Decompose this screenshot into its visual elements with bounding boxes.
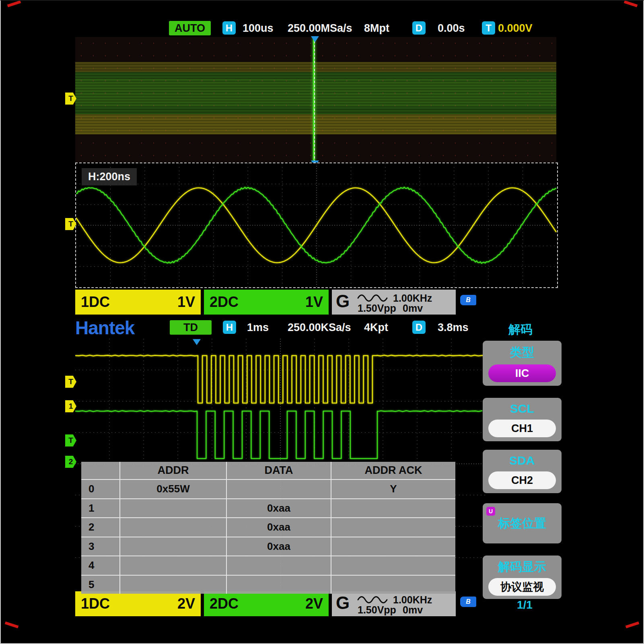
row-index: 5 [81,576,119,594]
row-data: 0xaa [226,499,331,518]
row-addr [119,499,226,518]
zoom-window[interactable]: H:200ns [75,163,558,288]
row-index: 3 [81,537,119,556]
row-addr [119,576,226,594]
row-ack: Y [331,480,455,498]
col-addr-ack-header: ADDR ACK [331,462,455,479]
s2-generator-box[interactable]: G 1.00KHz 1.50Vpp 0mv [332,591,456,616]
s1-zoom-trigger-tag[interactable]: T [65,218,76,230]
usb-icon: B [460,597,476,607]
decode-table-row: 3 0xaa [81,537,455,556]
zoom-position-line[interactable] [314,37,315,163]
s2-ch2-position-tag[interactable]: 2 [65,456,76,468]
s1-trigger-level-tag[interactable]: T [65,93,76,105]
menu-sda-value[interactable]: CH2 [488,471,556,489]
decode-table-row: 4 [81,556,455,575]
row-ack [331,499,455,518]
s2-gen-offset: 0mv [403,604,423,616]
row-index: 2 [81,518,119,537]
s2-ch2-label: 2DC [210,595,239,612]
s2-horizontal-delay: 3.8ms [438,321,469,334]
menu-scl-value[interactable]: CH1 [488,420,556,437]
graticule-dots [75,37,556,163]
sda-data-trace [75,411,482,459]
s1-generator-box[interactable]: G 1.00KHz 1.50Vpp 0mv [332,290,456,315]
menu-label-position-label: 标签位置 [498,515,546,532]
zoom-waveform-svg [76,163,557,287]
menu-type-label: 类型 [510,344,534,361]
acquisition-mode-badge[interactable]: AUTO [169,21,211,35]
col-index-header [81,462,119,479]
s2-gen-label: G [336,593,350,613]
s1-gen-amplitude: 1.50Vpp [358,302,396,314]
corner-mark [625,621,639,628]
trigger-position-marker-icon[interactable] [311,36,319,42]
menu-sda-button[interactable]: SDA CH2 [483,450,562,493]
corner-mark [5,621,19,628]
record-overview[interactable] [75,37,556,163]
s1-trigger-icon[interactable]: T [482,21,495,35]
s2-ch2-scale: 2V [305,595,323,612]
row-index: 0 [81,480,119,498]
s1-sample-rate: 250.00MSa/s [288,22,352,35]
decode-table-row: 5 [81,575,455,594]
row-data [226,556,331,575]
s2-delay-icon[interactable]: D [412,321,426,334]
s2-timebase: 1ms [247,321,269,334]
page-indicator: 1/1 [517,599,533,611]
s1-trigger-level: 0.000V [498,22,533,35]
decode-table: ADDR DATA ADDR ACK 0 0x55W Y 1 0xaa 2 0x… [81,462,455,594]
zoom-timebase-label: H:200ns [82,168,137,185]
menu-decode-display-value[interactable]: 协议监视 [488,578,556,596]
decode-table-row: 2 0xaa [81,517,455,537]
s1-delay-icon[interactable]: D [412,21,426,35]
corner-mark [624,0,638,7]
s2-ch1-position-tag[interactable]: 1 [65,400,76,412]
trigger-status-badge[interactable]: TD [170,320,212,335]
s1-ch1-label: 1DC [81,294,110,311]
sine-icon [357,595,389,605]
row-index: 4 [81,556,119,575]
menu-decode-display-label: 解码显示 [498,559,546,575]
s1-ch2-label: 2DC [210,294,239,311]
row-index: 1 [81,499,119,518]
s1-ch2-scale: 1V [305,294,323,311]
s2-ch2-trigger-tag[interactable]: T [65,434,76,446]
menu-type-button[interactable]: 类型 IIC [483,341,562,386]
menu-type-value[interactable]: IIC [488,364,556,382]
oscilloscope-screens: AUTO H 100us 250.00MSa/s 8Mpt D 0.00s T … [0,0,644,644]
s2-ch1-trigger-tag[interactable]: T [65,376,76,388]
decode-table-row: 0 0x55W Y [81,479,455,498]
row-ack [331,537,455,556]
row-addr: 0x55W [119,480,226,498]
row-data [226,480,331,498]
menu-scl-button[interactable]: SCL CH1 [483,398,562,441]
row-addr [119,537,226,556]
s2-horizontal-icon[interactable]: H [223,321,236,334]
row-data [226,576,331,594]
s1-memory-depth: 8Mpt [364,22,389,35]
s1-ch1-box[interactable]: 1DC 1V [75,290,201,315]
menu-decode-display-button[interactable]: 解码显示 协议监视 [483,556,562,599]
s2-ch1-box[interactable]: 1DC 2V [75,591,201,616]
s1-ch2-box[interactable]: 2DC 1V [204,290,329,315]
scl-clock-trace [75,355,486,403]
s1-horizontal-icon[interactable]: H [222,21,236,35]
row-ack [331,556,455,575]
row-data: 0xaa [226,518,331,537]
s2-trigger-position-marker-icon[interactable] [193,339,201,345]
s1-horizontal-delay: 0.00s [438,22,465,35]
s2-gen-amplitude: 1.50Vpp [358,604,396,616]
s2-ch1-scale: 2V [177,595,195,612]
s1-gen-offset: 0mv [403,302,423,314]
s2-ch2-box[interactable]: 2DC 2V [204,591,329,616]
col-addr-header: ADDR [119,462,226,479]
corner-mark [7,0,21,7]
menu-label-position-button[interactable]: U 标签位置 [483,503,562,543]
s2-memory-depth: 4Kpt [364,321,388,334]
s1-ch1-scale: 1V [177,294,195,311]
decode-table-row: 1 0xaa [81,498,455,518]
row-data: 0xaa [226,537,331,556]
label-position-icon: U [486,507,495,516]
decode-table-header: ADDR DATA ADDR ACK [81,462,455,479]
